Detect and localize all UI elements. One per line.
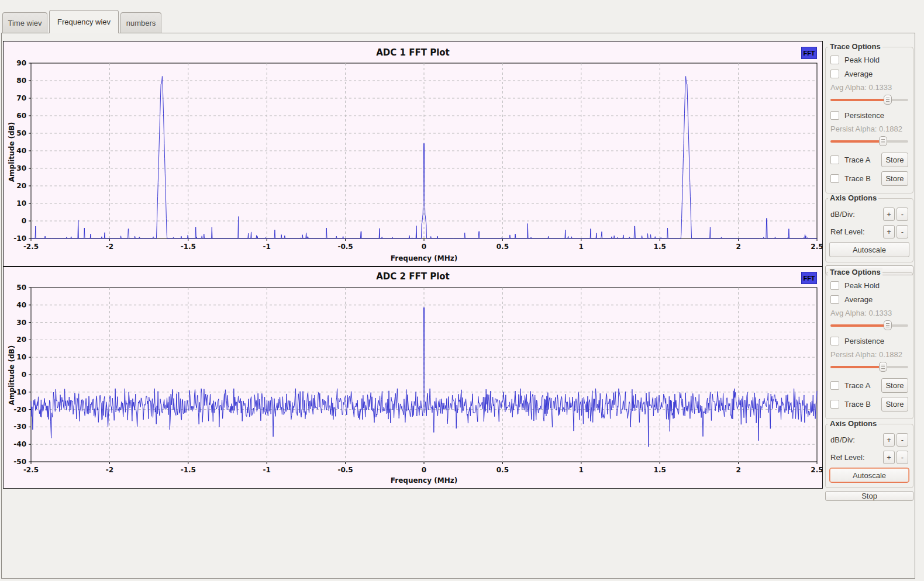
persistence-checkbox[interactable]: [830, 111, 839, 120]
svg-text:0: 0: [422, 466, 426, 474]
adc1-fft-plot-panel: ADC 1 FFT Plot FFT Amplitude (dB) 908070…: [3, 41, 823, 267]
stop-button[interactable]: Stop: [825, 491, 913, 501]
average-checkbox[interactable]: [830, 295, 839, 304]
tab-label: Frequency wiev: [57, 18, 111, 26]
average-label: Average: [844, 295, 873, 304]
svg-text:20: 20: [16, 336, 26, 344]
tab-numbers[interactable]: numbers: [120, 12, 161, 33]
slider-track[interactable]: [830, 140, 908, 143]
tab-time-view[interactable]: Time wiev: [2, 12, 47, 33]
slider-handle[interactable]: [879, 136, 887, 146]
ref-level-minus-button[interactable]: -: [897, 225, 908, 238]
trace-a-row: Trace A Store: [830, 378, 908, 393]
svg-text:-1.5: -1.5: [181, 466, 196, 474]
svg-text:40: 40: [16, 147, 26, 155]
svg-text:-0.5: -0.5: [337, 466, 353, 474]
ref-level-row: Ref Level: + -: [830, 224, 908, 238]
svg-text:0.5: 0.5: [497, 243, 509, 251]
trace-b-checkbox[interactable]: [830, 174, 839, 183]
slider-handle[interactable]: [884, 95, 892, 105]
svg-text:50: 50: [16, 129, 26, 137]
slider-handle[interactable]: [879, 362, 887, 372]
svg-text:0.5: 0.5: [497, 466, 509, 474]
trace-b-row: Trace B Store: [830, 171, 908, 186]
peak-hold-checkbox[interactable]: [830, 56, 839, 64]
db-div-minus-button[interactable]: -: [897, 433, 908, 447]
plot-canvas[interactable]: 50403020100-10-20-30-40-50-2.5-2-1.5-1-0…: [4, 267, 822, 488]
autoscale-button[interactable]: Autoscale: [829, 242, 909, 257]
tab-bar: Time wiev Frequency wiev numbers: [0, 0, 924, 33]
peak-hold-checkbox[interactable]: [830, 281, 839, 290]
slider-track[interactable]: [830, 324, 908, 327]
svg-text:20: 20: [16, 182, 26, 190]
svg-text:-50: -50: [13, 458, 26, 466]
svg-text:-2.5: -2.5: [23, 243, 39, 251]
group-title: Trace Options: [828, 42, 882, 51]
avg-alpha-slider[interactable]: [830, 94, 908, 105]
slider-fill: [830, 140, 883, 143]
db-div-plus-button[interactable]: +: [883, 208, 895, 221]
svg-text:10: 10: [16, 199, 26, 208]
svg-text:1.5: 1.5: [654, 466, 666, 474]
slider-fill: [830, 99, 888, 101]
peak-hold-row: Peak Hold: [830, 55, 909, 65]
trace-b-label: Trace B: [844, 400, 871, 409]
group-title: Trace Options: [828, 268, 882, 276]
x-axis-label: Frequency (MHz): [31, 254, 817, 262]
db-div-plus-button[interactable]: +: [883, 433, 895, 447]
avg-alpha-label: Avg Alpha: 0.1333: [830, 83, 909, 92]
svg-text:-2.5: -2.5: [23, 466, 39, 474]
svg-text:-0.5: -0.5: [337, 243, 353, 251]
peak-hold-label: Peak Hold: [844, 281, 880, 290]
trace-a-checkbox[interactable]: [830, 381, 839, 390]
slider-track[interactable]: [830, 366, 908, 368]
trace-a-store-button[interactable]: Store: [881, 378, 908, 393]
persist-alpha-slider[interactable]: [830, 136, 908, 147]
persistence-row: Persistence: [830, 336, 909, 346]
adc2-controls-column: Trace Options Peak Hold Average Avg Alph…: [824, 268, 915, 489]
ref-level-minus-button[interactable]: -: [897, 451, 908, 464]
ref-level-plus-button[interactable]: +: [883, 451, 895, 464]
slider-fill: [830, 324, 888, 327]
group-title: Axis Options: [828, 419, 878, 428]
tab-frequency-view[interactable]: Frequency wiev: [49, 10, 119, 33]
avg-alpha-slider[interactable]: [830, 320, 908, 331]
slider-fill: [830, 366, 883, 368]
average-checkbox[interactable]: [830, 70, 839, 78]
trace-a-label: Trace A: [844, 381, 870, 390]
average-row: Average: [830, 69, 909, 79]
trace-options-group: Trace Options Peak Hold Average Avg Alph…: [825, 272, 913, 419]
svg-text:2: 2: [736, 243, 740, 251]
trace-options-group: Trace Options Peak Hold Average Avg Alph…: [825, 47, 913, 193]
average-label: Average: [844, 70, 873, 78]
svg-text:-2: -2: [106, 243, 113, 251]
axis-options-group: Axis Options dB/Div: + - Ref Level: + - …: [825, 198, 913, 262]
svg-text:1.5: 1.5: [654, 243, 666, 251]
db-div-minus-button[interactable]: -: [897, 208, 908, 221]
trace-b-store-button[interactable]: Store: [881, 171, 908, 186]
autoscale-button[interactable]: Autoscale: [829, 468, 909, 483]
group-title: Axis Options: [828, 193, 878, 202]
svg-text:-10: -10: [13, 234, 26, 243]
slider-track[interactable]: [830, 99, 908, 101]
svg-text:1: 1: [579, 466, 584, 474]
ref-level-label: Ref Level:: [830, 453, 865, 462]
trace-a-store-button[interactable]: Store: [881, 153, 908, 167]
svg-text:-20: -20: [13, 406, 26, 414]
trace-a-checkbox[interactable]: [830, 155, 839, 164]
ref-level-plus-button[interactable]: +: [883, 225, 895, 238]
svg-text:0: 0: [422, 243, 426, 251]
axis-options-group: Axis Options dB/Div: + - Ref Level: + - …: [825, 424, 913, 488]
persist-alpha-slider[interactable]: [830, 361, 908, 372]
trace-b-store-button[interactable]: Store: [881, 397, 908, 411]
svg-text:-40: -40: [13, 440, 26, 448]
avg-alpha-label: Avg Alpha: 0.1333: [830, 309, 909, 317]
slider-handle[interactable]: [884, 320, 892, 330]
persistence-checkbox[interactable]: [830, 337, 839, 345]
svg-text:30: 30: [16, 319, 26, 327]
trace-b-label: Trace B: [844, 174, 871, 183]
trace-b-checkbox[interactable]: [830, 400, 839, 409]
x-axis-label: Frequency (MHz): [31, 476, 817, 485]
average-row: Average: [830, 295, 909, 305]
plot-canvas[interactable]: 9080706050403020100-10-2.5-2-1.5-1-0.500…: [4, 42, 822, 266]
